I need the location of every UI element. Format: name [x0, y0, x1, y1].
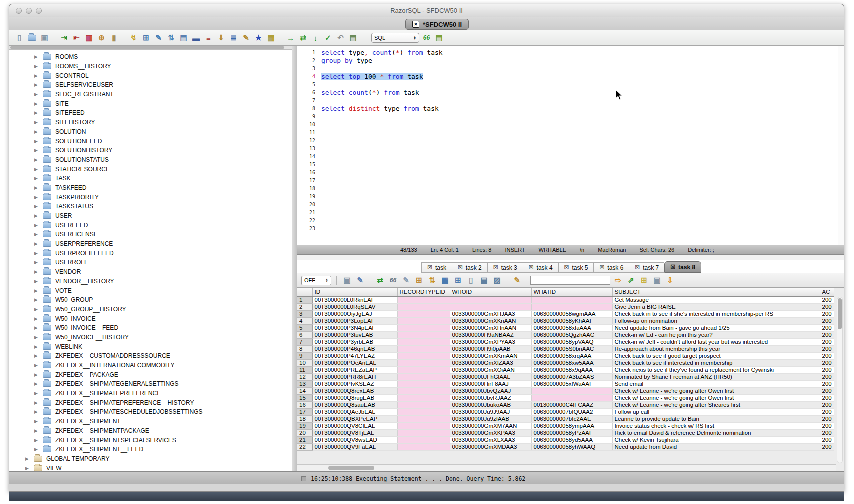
- disclosure-triangle-icon[interactable]: ▶: [34, 167, 39, 172]
- data-cell[interactable]: 200: [820, 360, 834, 366]
- save-grid-icon[interactable]: ▣: [652, 276, 662, 286]
- data-cell[interactable]: 200: [820, 388, 834, 394]
- tab-close-icon[interactable]: ☒: [564, 264, 570, 271]
- disclosure-triangle-icon[interactable]: ▶: [34, 82, 39, 88]
- data-cell[interactable]: 006300000058ypVAAQ: [532, 338, 612, 346]
- data-cell[interactable]: 200: [820, 430, 834, 436]
- data-cell[interactable]: [532, 388, 612, 394]
- align-lines-icon[interactable]: ≣: [228, 33, 239, 44]
- result-tab-task-2[interactable]: ☒task 2: [452, 262, 488, 273]
- code-line[interactable]: select type, count(*) from task: [322, 49, 838, 57]
- data-cell[interactable]: 0033000000JbukoAAB: [450, 402, 532, 408]
- data-cell[interactable]: [398, 318, 450, 324]
- row-number-cell[interactable]: 14: [298, 388, 312, 394]
- data-cell[interactable]: Check back in to see if she's interested…: [612, 310, 820, 318]
- brush-icon[interactable]: ✎: [512, 276, 522, 286]
- disclosure-triangle-icon[interactable]: ▶: [26, 456, 30, 462]
- result-tab-task-8[interactable]: ☒task 8: [664, 262, 702, 273]
- pane-splitter[interactable]: [292, 46, 298, 472]
- data-cell[interactable]: 0033000000GmXM7AAN: [450, 422, 532, 430]
- code-line[interactable]: select distinct type from task: [322, 105, 838, 113]
- disclosure-triangle-icon[interactable]: ▶: [34, 232, 39, 237]
- data-cell[interactable]: 200: [820, 296, 834, 304]
- tab-close-icon[interactable]: ☒: [428, 264, 432, 271]
- row-number-cell[interactable]: 2: [298, 304, 312, 310]
- data-cell[interactable]: 0033000000GmXPYAA3: [450, 338, 532, 346]
- data-cell[interactable]: 0033000000GmXKnAAN: [450, 318, 532, 324]
- data-cell[interactable]: 00T3000000P3N4pEAF: [312, 324, 398, 332]
- sql-editor[interactable]: 1234567891011121314151617181920212223 se…: [298, 46, 844, 245]
- tab-close-icon[interactable]: ☒: [670, 264, 676, 270]
- tree-item[interactable]: ▶ZKFEDEX__SHIPMENT__FEED: [10, 445, 292, 454]
- data-cell[interactable]: [450, 304, 532, 310]
- code-line[interactable]: [322, 97, 838, 105]
- disclosure-triangle-icon[interactable]: ▶: [34, 307, 39, 312]
- code-line[interactable]: [322, 129, 838, 137]
- download-arrow-icon[interactable]: ⇩: [665, 276, 676, 286]
- data-cell[interactable]: 0013000000C4fFCAAZ: [532, 402, 612, 408]
- tab-close-icon[interactable]: ✕: [412, 21, 420, 28]
- disclosure-triangle-icon[interactable]: ▶: [34, 326, 39, 330]
- data-cell[interactable]: 006300000058xrqAAA: [532, 352, 612, 360]
- code-line[interactable]: [322, 137, 838, 145]
- disclosure-triangle-icon[interactable]: ▶: [34, 438, 39, 443]
- data-cell[interactable]: [532, 296, 612, 304]
- filter-edit-icon[interactable]: ✎: [355, 276, 366, 286]
- disconnect-database-icon[interactable]: ⇤: [72, 33, 82, 44]
- disclosure-triangle-icon[interactable]: ▶: [34, 316, 39, 322]
- data-cell[interactable]: Nominated by Shane Freeman at ANZ (HR50): [612, 374, 820, 380]
- clipboard-icon[interactable]: ▤: [178, 33, 189, 44]
- row-number-cell[interactable]: 17: [298, 408, 312, 416]
- disclosure-triangle-icon[interactable]: ▶: [34, 419, 39, 424]
- row-number-cell[interactable]: 11: [298, 366, 312, 374]
- disclosure-triangle-icon[interactable]: ▶: [34, 251, 39, 256]
- result-tab-task-7[interactable]: ☒task 7: [629, 262, 664, 273]
- data-cell[interactable]: 200: [820, 374, 834, 380]
- result-tab-task-5[interactable]: ☒task 5: [558, 262, 594, 273]
- data-cell[interactable]: 200: [820, 352, 834, 360]
- data-cell[interactable]: Check-in w/ Ed - can he join this year?: [612, 332, 820, 338]
- data-cell[interactable]: [398, 332, 450, 338]
- result-tab-task-3[interactable]: ☒task 3: [488, 262, 523, 273]
- data-cell[interactable]: 00T3000000QV9FaEAL: [312, 444, 398, 450]
- data-cell[interactable]: 200: [820, 338, 834, 346]
- disclosure-triangle-icon[interactable]: ▶: [34, 391, 39, 396]
- data-cell[interactable]: 0033000000JbvRJAAZ: [450, 394, 532, 402]
- disclosure-triangle-icon[interactable]: ▶: [34, 363, 39, 368]
- data-cell[interactable]: Check w/ Leanne - we're going after Shea…: [612, 402, 820, 408]
- new-note-icon[interactable]: ⊞: [639, 276, 650, 286]
- copy-connection-icon[interactable]: ▥: [84, 33, 94, 44]
- data-cell[interactable]: Leanne to provide update to Bain: [612, 416, 820, 422]
- check-syntax-icon[interactable]: ✓: [323, 33, 334, 44]
- disclosure-triangle-icon[interactable]: ▶: [26, 466, 30, 471]
- data-cell[interactable]: 00T3000000PREZaEAP: [312, 366, 398, 374]
- tree-item[interactable]: ▶W50_GROUP__HISTORY: [10, 305, 292, 314]
- data-cell[interactable]: 200: [820, 422, 834, 430]
- data-cell[interactable]: [398, 408, 450, 416]
- insert-row-icon[interactable]: ⊞: [414, 276, 424, 286]
- data-cell[interactable]: 00T3000000QV8wsEAD: [312, 436, 398, 444]
- code-line[interactable]: [322, 225, 838, 233]
- tab-close-icon[interactable]: ☒: [458, 264, 463, 271]
- tree-item[interactable]: ▶ZKFEDEX__SHIPMATEPREFERENCE__HISTORY: [10, 398, 292, 408]
- data-cell[interactable]: 200: [820, 366, 834, 374]
- grid-vertical-scrollbar[interactable]: [837, 297, 843, 464]
- tree-item[interactable]: ▶ZKFEDEX__SHIPMENTSPECIALSERVICES: [10, 436, 292, 445]
- code-line[interactable]: [322, 209, 838, 217]
- edit-cell-icon[interactable]: ✎: [401, 276, 412, 286]
- data-cell[interactable]: Check w/ Leanne - we're going after Owen…: [612, 394, 820, 402]
- tree-item[interactable]: ▶WEBLINK: [10, 342, 292, 352]
- data-cell[interactable]: [450, 296, 532, 304]
- code-line[interactable]: [322, 153, 838, 161]
- close-button[interactable]: [16, 8, 22, 14]
- data-cell[interactable]: 00T3000000L0RqSEAV: [312, 304, 398, 310]
- copy-table-icon[interactable]: ▨: [492, 276, 502, 286]
- data-cell[interactable]: 200: [820, 444, 834, 450]
- sql-code-area[interactable]: select type, count(*) from taskgroup by …: [318, 46, 838, 245]
- disclosure-triangle-icon[interactable]: ▶: [34, 242, 39, 246]
- code-line[interactable]: select top 100 * from task: [322, 73, 838, 81]
- tree-item[interactable]: ▶ROOMS: [10, 52, 292, 62]
- column-header-whoid[interactable]: WHOID: [450, 288, 532, 296]
- data-cell[interactable]: [398, 304, 450, 310]
- data-cell[interactable]: 00T3000000P46qnEAB: [312, 346, 398, 352]
